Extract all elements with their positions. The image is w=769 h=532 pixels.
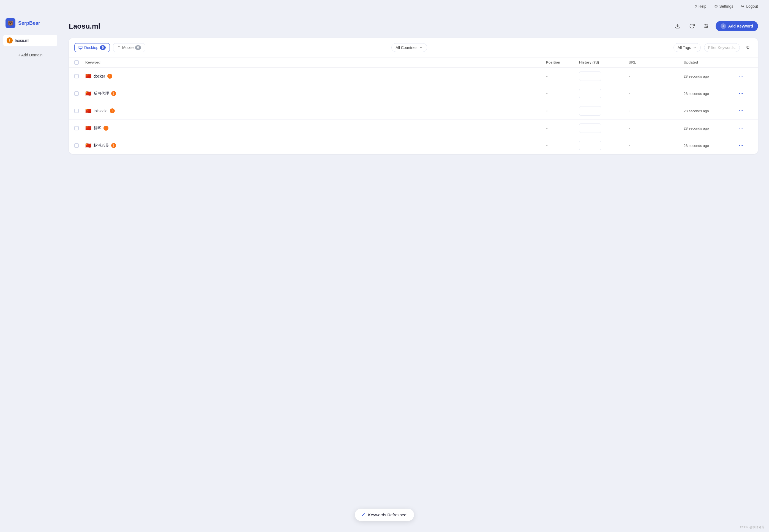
- countries-dropdown[interactable]: All Countries: [392, 43, 427, 52]
- row-checkbox[interactable]: [74, 91, 79, 96]
- history-chart: [579, 124, 601, 133]
- help-nav-item[interactable]: ? Help: [694, 4, 706, 9]
- mobile-tab[interactable]: Mobile 0: [113, 43, 145, 52]
- updated-cell: 28 seconds ago: [684, 109, 739, 113]
- row-actions-cell: ···: [739, 73, 752, 79]
- info-icon[interactable]: !: [111, 91, 116, 96]
- history-chart: [579, 89, 601, 98]
- logout-icon: ↪: [741, 4, 745, 9]
- header-actions: + Add Keyword: [673, 21, 758, 31]
- sliders-icon: [704, 23, 709, 29]
- keywords-card: Desktop 5 Mobile 0 All Countries: [69, 38, 758, 154]
- info-icon[interactable]: !: [103, 126, 108, 131]
- tags-dropdown[interactable]: All Tags: [674, 43, 701, 52]
- keyword-text: 反向代理: [94, 91, 109, 96]
- row-checkbox[interactable]: [74, 143, 79, 148]
- chevron-down-icon: [693, 46, 697, 50]
- url-cell: -: [629, 143, 684, 149]
- sidebar: 🐻 SerpBear l laosu.ml + Add Domain: [0, 13, 61, 530]
- desktop-count: 5: [100, 45, 106, 50]
- row-actions-cell: ···: [739, 91, 752, 97]
- keyword-cell: 🇨🇳 tailscale !: [85, 108, 546, 114]
- more-options-button[interactable]: ···: [739, 125, 744, 131]
- info-icon[interactable]: !: [107, 74, 112, 79]
- table-row: 🇨🇳 杨浦老苏 ! - - 28 seconds ago ···: [69, 137, 758, 154]
- toast-notification: ✓ Keywords Refreshed!: [355, 509, 414, 521]
- more-options-button[interactable]: ···: [739, 91, 744, 97]
- toast-message: Keywords Refreshed!: [368, 512, 408, 517]
- svg-point-5: [705, 27, 706, 28]
- history-cell: [579, 72, 629, 81]
- header-history: History (7d): [579, 60, 629, 65]
- row-checkbox-cell: [74, 126, 85, 130]
- filters-bar: Desktop 5 Mobile 0 All Countries: [69, 38, 758, 57]
- history-chart: [579, 141, 601, 150]
- settings-nav-item[interactable]: ⚙ Settings: [714, 4, 734, 9]
- row-actions-cell: ···: [739, 108, 752, 114]
- select-all-checkbox[interactable]: [74, 60, 79, 65]
- history-cell: [579, 124, 629, 133]
- table-header: Keyword Position History (7d) URL Update…: [69, 57, 758, 68]
- keyword-text: docker: [94, 74, 105, 78]
- logout-label: Logout: [746, 4, 758, 9]
- url-cell: -: [629, 73, 684, 79]
- country-flag: 🇨🇳: [85, 142, 91, 149]
- table-row: 🇨🇳 反向代理 ! - - 28 seconds ago ···: [69, 85, 758, 102]
- filter-settings-button[interactable]: [701, 21, 711, 31]
- url-cell: -: [629, 125, 684, 131]
- info-icon[interactable]: !: [111, 143, 116, 148]
- app-layout: 🐻 SerpBear l laosu.ml + Add Domain Laosu…: [0, 13, 769, 530]
- more-options-button[interactable]: ···: [739, 73, 744, 79]
- logout-nav-item[interactable]: ↪ Logout: [741, 4, 758, 9]
- more-options-button[interactable]: ···: [739, 108, 744, 114]
- url-cell: -: [629, 91, 684, 97]
- domain-name: laosu.ml: [15, 38, 29, 43]
- row-checkbox[interactable]: [74, 74, 79, 78]
- more-options-button[interactable]: ···: [739, 143, 744, 149]
- header-actions: [739, 60, 752, 65]
- position-cell: -: [546, 91, 579, 97]
- settings-label: Settings: [719, 4, 734, 9]
- position-cell: -: [546, 73, 579, 79]
- header-keyword: Keyword: [85, 60, 546, 65]
- position-cell: -: [546, 125, 579, 131]
- row-actions-cell: ···: [739, 125, 752, 131]
- updated-cell: 28 seconds ago: [684, 144, 739, 148]
- table-row: 🇨🇳 群晖 ! - - 28 seconds ago ···: [69, 120, 758, 137]
- sort-icon: [745, 45, 750, 50]
- keyword-cell: 🇨🇳 群晖 !: [85, 125, 546, 131]
- add-domain-button[interactable]: + Add Domain: [0, 50, 61, 60]
- history-cell: [579, 141, 629, 150]
- sidebar-domain-item[interactable]: l laosu.ml: [3, 35, 57, 46]
- country-flag: 🇨🇳: [85, 108, 91, 114]
- keyword-cell: 🇨🇳 反向代理 !: [85, 91, 546, 97]
- table-row: 🇨🇳 docker ! - - 28 seconds ago ···: [69, 68, 758, 85]
- main-content: Laosu.ml: [61, 13, 769, 530]
- help-icon: ?: [694, 4, 697, 9]
- sort-button[interactable]: [743, 43, 752, 52]
- header-updated: Updated: [684, 60, 739, 65]
- row-checkbox[interactable]: [74, 126, 79, 130]
- add-keyword-button[interactable]: + Add Keyword: [716, 21, 758, 31]
- history-chart: [579, 106, 601, 116]
- refresh-button[interactable]: [687, 21, 697, 31]
- chevron-down-icon: [419, 46, 423, 50]
- page-header: Laosu.ml: [69, 21, 758, 31]
- export-button[interactable]: [673, 21, 683, 31]
- help-label: Help: [699, 4, 707, 9]
- toast-check-icon: ✓: [361, 512, 365, 518]
- watermark: CSDN @杨浦老苏: [740, 525, 765, 529]
- svg-rect-6: [79, 46, 82, 48]
- row-checkbox-cell: [74, 143, 85, 148]
- keyword-search[interactable]: Filter Keywords.: [704, 43, 740, 52]
- history-chart: [579, 72, 601, 81]
- info-icon[interactable]: !: [110, 108, 115, 113]
- desktop-tab[interactable]: Desktop 5: [74, 43, 110, 52]
- plus-circle-icon: +: [721, 23, 726, 29]
- row-checkbox[interactable]: [74, 109, 79, 113]
- mobile-count: 0: [135, 45, 141, 50]
- position-cell: -: [546, 108, 579, 114]
- mobile-icon: [117, 46, 120, 50]
- settings-icon: ⚙: [714, 4, 718, 9]
- header-position: Position: [546, 60, 579, 65]
